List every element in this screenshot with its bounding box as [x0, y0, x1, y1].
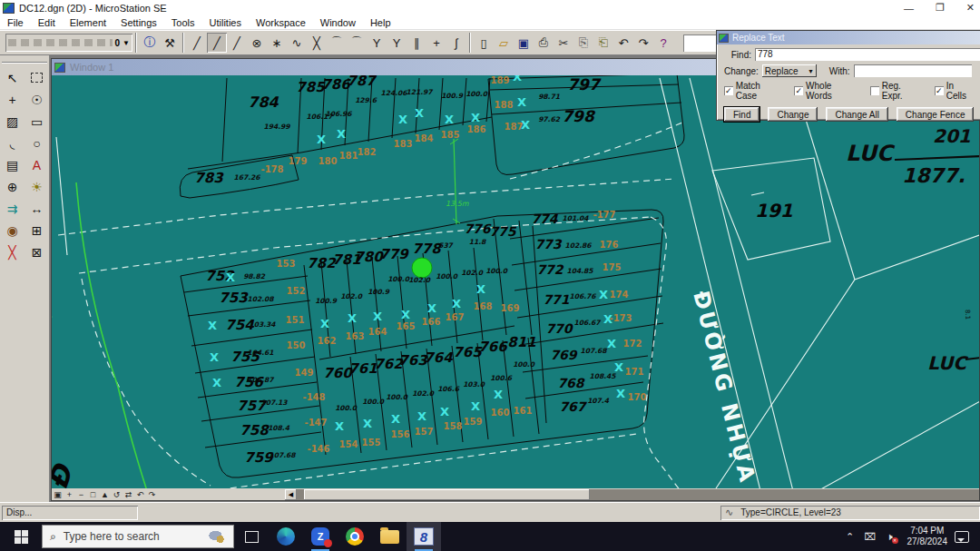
volume-muted-icon[interactable]: 🕨✕ [880, 531, 900, 543]
snap-intersection-icon[interactable]: ╳ [307, 33, 327, 53]
view-control-3[interactable]: □ [87, 489, 99, 500]
view-control-6[interactable]: ⇄ [122, 489, 134, 500]
snap-midpoint-icon[interactable]: Y [367, 33, 387, 53]
change-fence-button[interactable]: Change Fence [897, 107, 975, 122]
scroll-left-arrow[interactable]: ◀ [285, 489, 297, 500]
menu-edit[interactable]: Edit [31, 17, 63, 28]
arc-tool-icon[interactable]: ⌒ [327, 33, 347, 53]
tags-tool-icon[interactable]: ▤ [2, 154, 24, 175]
new-file-icon[interactable]: ▯ [474, 33, 494, 53]
level-dropdown-arrow[interactable]: ▼ [122, 39, 130, 47]
action-center-icon[interactable] [955, 531, 969, 543]
with-input[interactable] [854, 64, 972, 77]
change-all-button[interactable]: Change All [826, 107, 887, 122]
taskbar-search[interactable]: ⌕ Type here to search [42, 525, 234, 548]
zalo-taskbar-button[interactable]: Z [303, 522, 338, 551]
scrollbar-thumb[interactable] [304, 489, 590, 500]
help-icon[interactable]: ? [653, 33, 673, 53]
line-tool-icon[interactable]: ╱ [187, 33, 207, 53]
snap-bisector-icon[interactable]: Y [387, 33, 407, 53]
light-tool-icon[interactable]: ☉ [26, 89, 48, 110]
parcel-area: 107.13 [261, 398, 289, 407]
menu-utilities[interactable]: Utilities [202, 17, 249, 28]
microstation-taskbar-button[interactable]: 8 [407, 522, 441, 551]
checkbox-reg-expr-[interactable]: Reg. Expr. [870, 81, 923, 101]
change-button[interactable]: Change [768, 107, 818, 122]
minimize-button[interactable]: — [904, 3, 914, 14]
paste-icon[interactable]: ⎗ [593, 33, 613, 53]
menu-element[interactable]: Element [63, 17, 113, 28]
find-input[interactable]: 778 [755, 48, 980, 61]
save-file-icon[interactable]: ▣ [514, 33, 534, 53]
restore-button[interactable]: ❐ [936, 2, 945, 14]
ellipses-tool-icon[interactable]: ○ [26, 133, 48, 153]
fence-tool-icon[interactable] [26, 67, 48, 88]
element-attributes-combo[interactable]: 0 ▼ [5, 34, 132, 52]
copy-icon[interactable]: ⎘ [573, 33, 593, 53]
view-control-8[interactable]: ↷ [146, 489, 158, 500]
point-tool-icon[interactable]: + [426, 33, 446, 53]
menu-window[interactable]: Window [313, 17, 363, 28]
redo-icon[interactable]: ↷ [633, 33, 653, 53]
network-icon[interactable]: ⌧ [860, 531, 880, 543]
text-tool-icon[interactable]: A [26, 154, 48, 175]
view-control-5[interactable]: ↺ [111, 489, 122, 500]
parallel-tool-icon[interactable]: ∥ [407, 33, 426, 53]
checkbox-whole-words[interactable]: ✓Whole Words [794, 81, 858, 101]
smartline-tool-icon[interactable]: ╱ [227, 33, 247, 53]
view-control-2[interactable]: − [75, 489, 87, 500]
change-attributes-tool-icon[interactable]: ◉ [2, 220, 24, 241]
taskbar-clock[interactable]: 7:04 PM 27/8/2024 [907, 526, 948, 547]
horizontal-scrollbar[interactable] [297, 489, 979, 500]
measure-tool-icon[interactable]: ⊕ [2, 176, 24, 197]
checkbox-in-cells[interactable]: ✓In Cells [935, 81, 975, 101]
snap-origin-icon[interactable]: ⊗ [247, 33, 267, 53]
find-button[interactable]: Find [724, 107, 760, 122]
survey-x-mark: X [445, 113, 454, 126]
undo-icon[interactable]: ↶ [613, 33, 633, 53]
primary-tools-icon[interactable]: ⚒ [160, 33, 180, 53]
element-selection-tool-icon[interactable]: ↖ [2, 67, 24, 88]
open-file-icon[interactable]: ▱ [494, 33, 514, 53]
menu-tools[interactable]: Tools [164, 17, 202, 28]
view-control-7[interactable]: ↶ [134, 489, 146, 500]
start-button[interactable] [0, 522, 42, 551]
manipulate-tool-icon[interactable]: ⇉ [2, 198, 24, 219]
snap-keypoint-icon[interactable]: ∗ [267, 33, 287, 53]
map-canvas[interactable]: ĐƯỜNG NHỰA mương 13.5m LUC 201 1877. 191… [52, 75, 979, 488]
chrome-taskbar-button[interactable] [338, 522, 372, 551]
menu-workspace[interactable]: Workspace [249, 17, 313, 28]
polygons-tool-icon[interactable]: ▭ [26, 111, 48, 132]
tray-expand-icon[interactable]: ⌃ [840, 531, 860, 543]
line-tool-active-icon[interactable]: ╱ [207, 33, 227, 53]
survey-x-mark: X [476, 282, 485, 296]
menu-file[interactable]: File [0, 17, 31, 28]
checkbox-match-case[interactable]: ✓Match Case [724, 81, 782, 101]
menu-settings[interactable]: Settings [113, 17, 164, 28]
curve-tool-icon[interactable]: ∫ [446, 33, 466, 53]
arc-tangent-tool-icon[interactable]: ⌒ [347, 33, 367, 53]
change-mode-dropdown[interactable]: Replace ▼ [762, 64, 817, 77]
view-control-0[interactable]: ▣ [52, 489, 64, 500]
view-control-1[interactable]: + [64, 489, 75, 500]
points-tool-icon[interactable]: + [2, 89, 24, 110]
delete-element-tool-icon[interactable]: ╳ [2, 241, 24, 262]
close-button[interactable]: ✕ [966, 2, 975, 14]
cells-tool-icon[interactable]: ⊠ [26, 241, 48, 262]
modify-tool-icon[interactable]: ↔ [26, 198, 48, 219]
file-explorer-button[interactable] [372, 522, 407, 551]
menu-help[interactable]: Help [363, 17, 398, 28]
dialog-titlebar[interactable]: Replace Text [717, 31, 980, 44]
copy-element-tool-icon[interactable]: ⊞ [26, 220, 48, 241]
arcs-tool-icon[interactable]: ◟ [2, 133, 24, 153]
print-icon[interactable]: ⎙ [534, 33, 554, 53]
dimension-tool-icon[interactable]: ☀ [26, 176, 48, 197]
element-info: ∿ Type=CIRCLE, Level=23 [720, 506, 980, 520]
task-view-button[interactable] [234, 522, 269, 551]
cut-icon[interactable]: ✂ [554, 33, 573, 53]
info-icon[interactable]: ⓘ [140, 33, 160, 53]
view-control-4[interactable]: ▲ [99, 489, 111, 500]
edge-taskbar-button[interactable] [269, 522, 303, 551]
snap-nearest-icon[interactable]: ∿ [287, 33, 307, 53]
patterns-tool-icon[interactable]: ▨ [2, 111, 24, 132]
